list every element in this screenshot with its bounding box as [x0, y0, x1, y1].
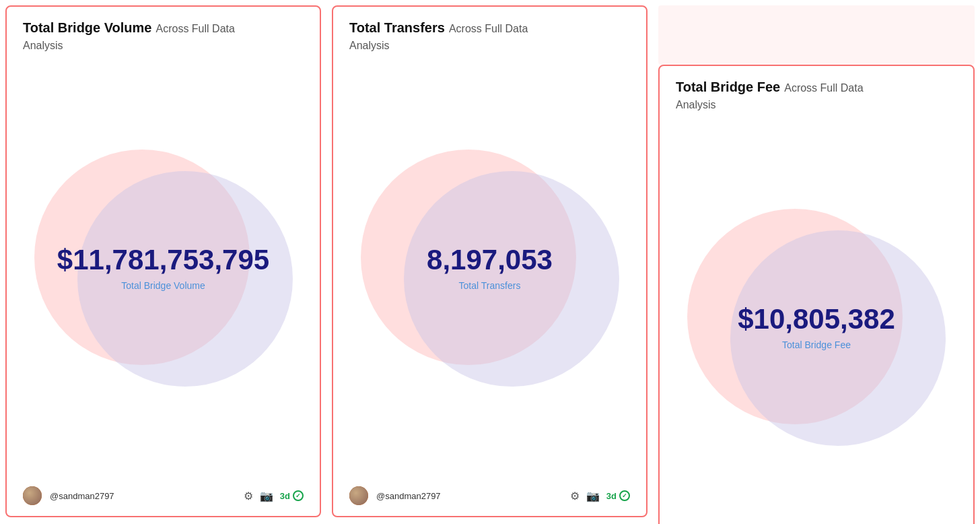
card-body-3: $10,805,382 Total Bridge Fee [676, 117, 957, 524]
card-subtitle-line2-2: Analysis [349, 40, 630, 52]
card-header-3: Total Bridge Fee Across Full Data Analys… [676, 79, 957, 111]
card-subtitle-2: Across Full Data [449, 23, 528, 35]
card-subtitle-3: Across Full Data [784, 82, 863, 94]
card-body-2: 8,197,053 Total Transfers [349, 57, 630, 478]
card-title-3: Total Bridge Fee [676, 79, 780, 95]
card-header-1: Total Bridge Volume Across Full Data Ana… [23, 20, 304, 52]
card-subtitle-line2-1: Analysis [23, 40, 304, 52]
username-2: @sandman2797 [376, 491, 562, 501]
avatar-1 [23, 486, 42, 505]
card-title-1: Total Bridge Volume [23, 20, 152, 36]
metric-label-3: Total Bridge Fee [738, 339, 895, 350]
username-1: @sandman2797 [50, 491, 236, 501]
badge-text-2: 3d [606, 491, 617, 501]
settings-icon-2[interactable]: ⚙ [570, 490, 580, 502]
metric-value-2: 8,197,053 [427, 244, 553, 275]
metric-container-2: 8,197,053 Total Transfers [427, 244, 553, 290]
card-subtitle-1: Across Full Data [156, 23, 235, 35]
metric-value-3: $10,805,382 [738, 304, 895, 335]
card-total-bridge-volume: Total Bridge Volume Across Full Data Ana… [5, 5, 321, 517]
card-header-2: Total Transfers Across Full Data Analysi… [349, 20, 630, 52]
card-3-wrapper: Total Bridge Fee Across Full Data Analys… [658, 5, 975, 517]
card-total-bridge-fee: Total Bridge Fee Across Full Data Analys… [658, 65, 975, 524]
metric-label-1: Total Bridge Volume [57, 280, 269, 291]
card-3-top-bg [658, 5, 975, 65]
settings-icon-1[interactable]: ⚙ [244, 490, 253, 502]
footer-icons-1: ⚙ 📷 3d ✓ [244, 490, 304, 502]
card-total-transfers: Total Transfers Across Full Data Analysi… [332, 5, 648, 517]
badge-check-1: ✓ [293, 490, 304, 501]
camera-icon-1[interactable]: 📷 [260, 490, 273, 502]
cards-container: Total Bridge Volume Across Full Data Ana… [5, 5, 975, 517]
card-body-1: $11,781,753,795 Total Bridge Volume [23, 57, 304, 478]
metric-label-2: Total Transfers [427, 280, 553, 291]
badge-check-2: ✓ [619, 490, 630, 501]
badge-1: 3d ✓ [280, 490, 304, 501]
avatar-img-1 [23, 486, 42, 505]
badge-2: 3d ✓ [606, 490, 630, 501]
card-footer-1: @sandman2797 ⚙ 📷 3d ✓ [23, 478, 304, 505]
badge-text-1: 3d [280, 491, 290, 501]
card-footer-2: @sandman2797 ⚙ 📷 3d ✓ [349, 478, 630, 505]
camera-icon-2[interactable]: 📷 [586, 490, 600, 502]
card-title-2: Total Transfers [349, 20, 445, 36]
metric-container-3: $10,805,382 Total Bridge Fee [738, 304, 895, 350]
avatar-img-2 [349, 486, 368, 505]
metric-value-1: $11,781,753,795 [57, 244, 269, 275]
footer-icons-2: ⚙ 📷 3d ✓ [570, 490, 630, 502]
card-subtitle-line2-3: Analysis [676, 99, 957, 111]
metric-container-1: $11,781,753,795 Total Bridge Volume [57, 244, 269, 290]
avatar-2 [349, 486, 368, 505]
